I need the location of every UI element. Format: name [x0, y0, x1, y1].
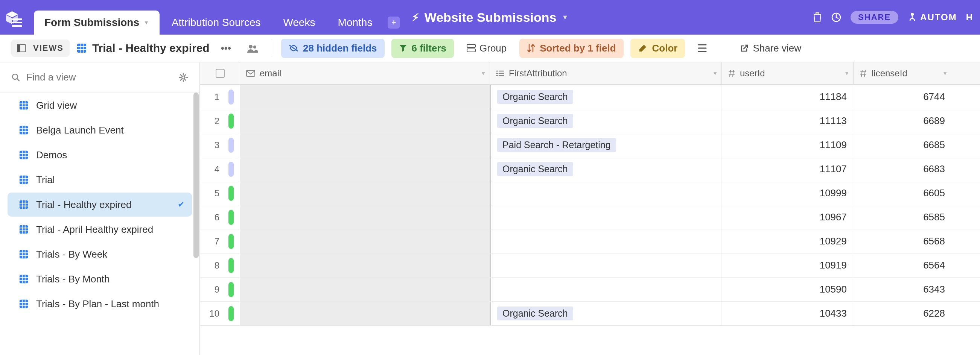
firstattribution-cell[interactable]: [490, 254, 721, 277]
table-row[interactable]: 5109996605: [200, 181, 980, 205]
tab-weeks[interactable]: Weeks: [272, 11, 326, 35]
userid-cell[interactable]: 10433: [721, 302, 853, 325]
email-cell[interactable]: [240, 133, 490, 157]
trash-button[interactable]: [813, 12, 822, 22]
sidebar-view-item[interactable]: Grid view: [8, 93, 192, 117]
row-number-cell[interactable]: 4: [200, 157, 240, 181]
color-button[interactable]: Color: [630, 39, 685, 58]
userid-cell[interactable]: 10919: [721, 254, 853, 277]
automations-button[interactable]: AUTOM: [907, 12, 957, 22]
history-button[interactable]: [831, 12, 842, 22]
tab-attribution-sources[interactable]: Attribution Sources: [161, 11, 271, 35]
find-view-input[interactable]: [26, 71, 188, 83]
table-row[interactable]: 2Organic Search111136689: [200, 109, 980, 133]
chevron-down-icon[interactable]: ▼: [713, 70, 718, 76]
scrollbar-thumb[interactable]: [193, 92, 199, 258]
userid-cell[interactable]: 11113: [721, 109, 853, 133]
licenseid-cell[interactable]: 6564: [853, 254, 951, 277]
sidebar-scrollbar[interactable]: [192, 92, 199, 355]
licenseid-cell[interactable]: 6585: [853, 205, 951, 229]
email-cell[interactable]: [240, 302, 490, 325]
firstattribution-cell[interactable]: [490, 205, 721, 229]
licenseid-cell[interactable]: 6343: [853, 277, 951, 301]
table-row[interactable]: 1Organic Search111846744: [200, 85, 980, 109]
licenseid-cell[interactable]: 6568: [853, 230, 951, 253]
chevron-down-icon[interactable]: ▼: [844, 70, 850, 76]
hidden-fields-button[interactable]: 28 hidden fields: [281, 39, 385, 58]
firstattribution-cell[interactable]: Paid Search - Retargeting: [490, 133, 721, 157]
userid-cell[interactable]: 11109: [721, 133, 853, 157]
sidebar-view-item[interactable]: Trial: [8, 168, 192, 192]
collaborators-button[interactable]: [242, 44, 262, 53]
table-row[interactable]: 8109196564: [200, 254, 980, 277]
userid-cell[interactable]: 11184: [721, 85, 853, 109]
row-number-cell[interactable]: 2: [200, 109, 240, 133]
row-number-cell[interactable]: 5: [200, 181, 240, 205]
licenseid-cell[interactable]: 6685: [853, 133, 951, 157]
add-table-button[interactable]: +: [384, 11, 403, 35]
select-all-checkbox[interactable]: [216, 69, 225, 78]
filters-button[interactable]: 6 filters: [391, 39, 454, 58]
userid-cell[interactable]: 10929: [721, 230, 853, 253]
licenseid-cell[interactable]: 6605: [853, 181, 951, 205]
firstattribution-cell[interactable]: [490, 230, 721, 253]
group-button[interactable]: Group: [461, 39, 512, 58]
sort-button[interactable]: Sorted by 1 field: [519, 39, 623, 58]
licenseid-cell[interactable]: 6744: [853, 85, 951, 109]
firstattribution-cell[interactable]: [490, 181, 721, 205]
views-toggle[interactable]: VIEWS: [11, 40, 70, 57]
sidebar-view-item[interactable]: Trial - April Healthy expired: [8, 217, 192, 241]
sidebar-view-item[interactable]: Demos: [8, 143, 192, 167]
row-number-cell[interactable]: 3: [200, 133, 240, 157]
firstattribution-cell[interactable]: Organic Search: [490, 109, 721, 133]
tab-form-submissions[interactable]: Form Submissions ▼: [34, 11, 159, 35]
column-header-licenseid[interactable]: licenseId ▼: [854, 62, 951, 84]
row-number-cell[interactable]: 6: [200, 205, 240, 229]
email-cell[interactable]: [240, 181, 490, 205]
column-header-firstattribution[interactable]: FirstAttribution ▼: [490, 62, 722, 84]
row-number-cell[interactable]: 8: [200, 254, 240, 277]
email-cell[interactable]: [240, 85, 490, 109]
firstattribution-cell[interactable]: Organic Search: [490, 157, 721, 181]
row-height-button[interactable]: [692, 40, 713, 56]
email-cell[interactable]: [240, 277, 490, 301]
sidebar-view-item[interactable]: Belga Launch Event: [8, 118, 192, 142]
email-cell[interactable]: [240, 254, 490, 277]
sidebar-view-item[interactable]: Trial - Healthy expired✔: [8, 193, 192, 217]
licenseid-cell[interactable]: 6683: [853, 157, 951, 181]
firstattribution-cell[interactable]: Organic Search: [490, 85, 721, 109]
row-number-cell[interactable]: 9: [200, 277, 240, 301]
column-header-userid[interactable]: userId ▼: [722, 62, 854, 84]
firstattribution-cell[interactable]: Organic Search: [490, 302, 721, 325]
table-row[interactable]: 3Paid Search - Retargeting111096685: [200, 133, 980, 157]
select-all-cell[interactable]: [200, 62, 240, 84]
sidebar-view-item[interactable]: Trials - By Week: [8, 242, 192, 266]
column-header-email[interactable]: email ▼: [240, 62, 490, 84]
view-options-button[interactable]: •••: [216, 43, 235, 54]
email-cell[interactable]: [240, 205, 490, 229]
licenseid-cell[interactable]: 6228: [853, 302, 951, 325]
table-row[interactable]: 9105906343: [200, 277, 980, 302]
sidebar-view-item[interactable]: Trials - By Month: [8, 267, 192, 291]
userid-cell[interactable]: 10967: [721, 205, 853, 229]
table-row[interactable]: 7109296568: [200, 230, 980, 254]
row-number-cell[interactable]: 10: [200, 302, 240, 325]
chevron-down-icon[interactable]: ▼: [942, 70, 948, 76]
view-settings-button[interactable]: [178, 73, 188, 82]
email-cell[interactable]: [240, 109, 490, 133]
tab-months[interactable]: Months: [328, 11, 383, 35]
userid-cell[interactable]: 11107: [721, 157, 853, 181]
email-cell[interactable]: [240, 230, 490, 253]
userid-cell[interactable]: 10999: [721, 181, 853, 205]
current-view[interactable]: Trial - Healthy expired: [76, 42, 210, 54]
help-button[interactable]: H: [966, 12, 972, 22]
row-number-cell[interactable]: 7: [200, 230, 240, 253]
chevron-down-icon[interactable]: ▼: [480, 70, 486, 76]
row-number-cell[interactable]: 1: [200, 85, 240, 109]
firstattribution-cell[interactable]: [490, 277, 721, 301]
email-cell[interactable]: [240, 157, 490, 181]
licenseid-cell[interactable]: 6689: [853, 109, 951, 133]
share-view-button[interactable]: Share view: [734, 39, 807, 58]
menu-button[interactable]: [0, 11, 34, 35]
table-row[interactable]: 10Organic Search104336228: [200, 302, 980, 326]
